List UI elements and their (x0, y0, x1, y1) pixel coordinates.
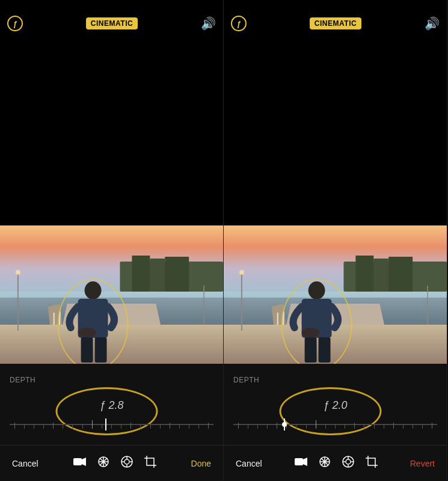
top-bar-left: ƒ CINEMATIC 🔊 (0, 0, 223, 47)
scene-right (224, 225, 447, 364)
depth-slider-right[interactable] (233, 415, 437, 434)
effects-icon-right[interactable] (342, 455, 355, 471)
left-panel: ƒ CINEMATIC 🔊 (0, 0, 224, 481)
svg-marker-54 (303, 458, 307, 466)
video-camera-icon-left[interactable] (73, 457, 87, 470)
svg-rect-35 (355, 256, 373, 292)
svg-point-45 (239, 270, 244, 275)
crop-icon-left[interactable] (144, 456, 156, 471)
svg-marker-21 (82, 458, 86, 466)
f-aperture-icon-right[interactable]: ƒ (231, 16, 247, 31)
bottom-area-right: DEPTH ƒ 2.0 (224, 364, 447, 481)
toolbar-icons-right (295, 455, 378, 471)
cancel-button-right[interactable]: Cancel (231, 456, 267, 471)
svg-rect-53 (295, 458, 303, 465)
revert-button-right[interactable]: Revert (405, 456, 440, 471)
svg-rect-50 (305, 337, 317, 363)
toolbar-right: Cancel (224, 445, 447, 481)
toolbar-left: Cancel (0, 445, 223, 481)
video-camera-icon-right[interactable] (295, 457, 308, 470)
svg-point-61 (346, 459, 351, 464)
right-panel: ƒ CINEMATIC 🔊 (224, 0, 447, 481)
aperture-display-right: ƒ 2.0 (233, 390, 437, 412)
black-area-left (0, 47, 223, 225)
svg-point-16 (78, 328, 96, 337)
svg-rect-20 (73, 458, 82, 465)
cinematic-badge-right: CINEMATIC (310, 17, 361, 29)
svg-rect-2 (132, 256, 150, 292)
cinematic-badge-left: CINEMATIC (86, 17, 138, 29)
black-area-right (224, 47, 447, 225)
sound-icon-right[interactable]: 🔊 (425, 16, 440, 31)
top-bar-right: ƒ CINEMATIC 🔊 (224, 0, 447, 47)
done-button-left[interactable]: Done (186, 456, 216, 471)
toolbar-icons-left (73, 455, 156, 471)
svg-rect-4 (165, 257, 189, 292)
svg-point-14 (85, 281, 102, 299)
video-area-right (224, 47, 447, 364)
svg-point-47 (308, 281, 325, 299)
depth-label-right: DEPTH (233, 376, 437, 384)
svg-rect-51 (319, 337, 331, 363)
adjust-icon-right[interactable] (319, 456, 331, 471)
svg-rect-18 (95, 337, 107, 363)
depth-slider-left[interactable] (10, 415, 213, 434)
adjust-icon-left[interactable] (97, 456, 109, 471)
aperture-display-left: ƒ 2.8 (10, 390, 213, 412)
sound-icon-left[interactable]: 🔊 (201, 16, 216, 31)
depth-section-right: DEPTH ƒ 2.0 (224, 364, 447, 444)
depth-section-left: DEPTH ƒ 2.8 (0, 364, 223, 444)
f-aperture-icon[interactable]: ƒ (7, 16, 23, 31)
svg-rect-36 (373, 259, 388, 292)
crop-icon-right[interactable] (366, 456, 378, 471)
svg-rect-3 (150, 259, 165, 292)
video-area-left (0, 47, 223, 364)
svg-point-49 (302, 328, 320, 337)
svg-rect-17 (81, 337, 93, 363)
effects-icon-left[interactable] (120, 455, 133, 471)
svg-point-12 (16, 270, 20, 275)
bottom-area-left: DEPTH ƒ 2.8 (0, 364, 223, 481)
depth-label-left: DEPTH (10, 376, 213, 384)
svg-point-28 (124, 459, 129, 464)
svg-rect-37 (388, 257, 413, 292)
cancel-button-left[interactable]: Cancel (7, 456, 43, 471)
scene-left (0, 225, 223, 364)
